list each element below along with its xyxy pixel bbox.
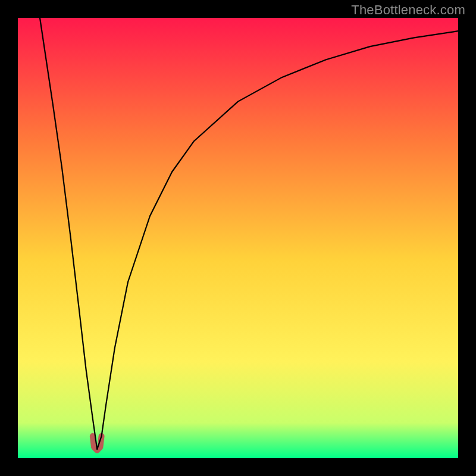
watermark-text: TheBottleneck.com [351,2,465,18]
bottleneck-chart [0,0,476,476]
plot-area [18,18,458,458]
